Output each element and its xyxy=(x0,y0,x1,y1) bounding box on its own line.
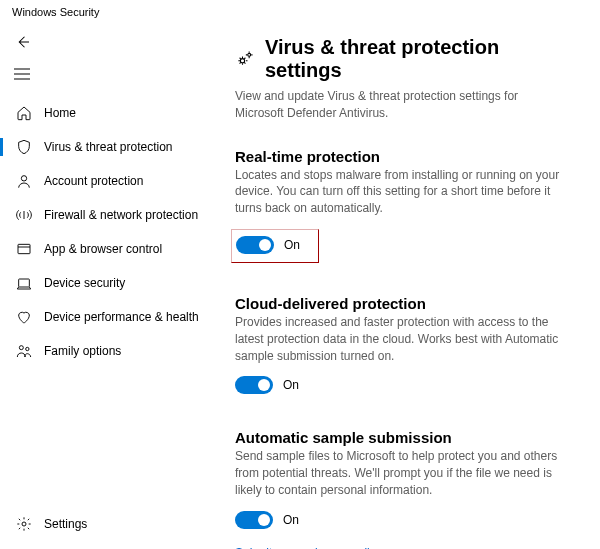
section-title: Automatic sample submission xyxy=(235,429,580,446)
svg-point-6 xyxy=(240,59,244,63)
content-area: Virus & threat protection settings View … xyxy=(201,20,600,549)
nav-virus-threat[interactable]: Virus & threat protection xyxy=(0,130,201,164)
arrow-left-icon xyxy=(14,33,32,51)
section-description: Locates and stops malware from installin… xyxy=(235,167,570,217)
gears-icon xyxy=(235,49,255,69)
nav-settings[interactable]: Settings xyxy=(0,507,201,541)
back-button[interactable] xyxy=(0,26,201,58)
toggle-state: On xyxy=(283,513,299,527)
window-icon xyxy=(12,241,36,257)
nav-label: Home xyxy=(44,106,76,120)
nav-home[interactable]: Home xyxy=(0,96,201,130)
nav-app-browser[interactable]: App & browser control xyxy=(0,232,201,266)
nav-label: App & browser control xyxy=(44,242,162,256)
signal-icon xyxy=(12,207,36,223)
section-description: Send sample files to Microsoft to help p… xyxy=(235,448,570,498)
sidebar: Home Virus & threat protection Account p… xyxy=(0,20,201,549)
home-icon xyxy=(12,105,36,121)
nav-label: Settings xyxy=(44,517,87,531)
nav-label: Account protection xyxy=(44,174,143,188)
cloud-toggle[interactable] xyxy=(235,376,273,394)
page-description: View and update Virus & threat protectio… xyxy=(235,88,565,122)
heart-icon xyxy=(12,309,36,325)
section-title: Cloud-delivered protection xyxy=(235,295,580,312)
chip-icon xyxy=(12,275,36,291)
family-icon xyxy=(12,343,36,359)
svg-point-3 xyxy=(19,346,23,350)
nav-label: Family options xyxy=(44,344,121,358)
section-sample: Automatic sample submission Send sample … xyxy=(235,429,580,549)
menu-button[interactable] xyxy=(0,58,201,90)
svg-rect-2 xyxy=(19,279,30,287)
nav-label: Virus & threat protection xyxy=(44,140,173,154)
hamburger-icon xyxy=(14,68,30,80)
nav-label: Firewall & network protection xyxy=(44,208,198,222)
shield-icon xyxy=(12,139,36,155)
sample-toggle[interactable] xyxy=(235,511,273,529)
section-title: Real-time protection xyxy=(235,148,580,165)
realtime-toggle[interactable] xyxy=(236,236,274,254)
toggle-state: On xyxy=(283,378,299,392)
nav-account[interactable]: Account protection xyxy=(0,164,201,198)
highlight-box: On xyxy=(231,229,319,263)
svg-rect-1 xyxy=(18,244,30,253)
nav-label: Device security xyxy=(44,276,125,290)
nav-family[interactable]: Family options xyxy=(0,334,201,368)
nav-list: Home Virus & threat protection Account p… xyxy=(0,96,201,507)
app-title: Windows Security xyxy=(0,0,600,20)
svg-point-5 xyxy=(22,522,26,526)
gear-icon xyxy=(12,516,36,532)
nav-performance[interactable]: Device performance & health xyxy=(0,300,201,334)
svg-point-7 xyxy=(248,53,251,56)
nav-firewall[interactable]: Firewall & network protection xyxy=(0,198,201,232)
section-cloud: Cloud-delivered protection Provides incr… xyxy=(235,295,580,397)
toggle-state: On xyxy=(284,238,300,252)
section-description: Provides increased and faster protection… xyxy=(235,314,570,364)
svg-point-0 xyxy=(21,176,26,181)
person-icon xyxy=(12,173,36,189)
svg-point-4 xyxy=(26,347,29,350)
nav-device-security[interactable]: Device security xyxy=(0,266,201,300)
section-realtime: Real-time protection Locates and stops m… xyxy=(235,148,580,263)
page-title: Virus & threat protection settings xyxy=(265,36,580,82)
nav-label: Device performance & health xyxy=(44,310,199,324)
